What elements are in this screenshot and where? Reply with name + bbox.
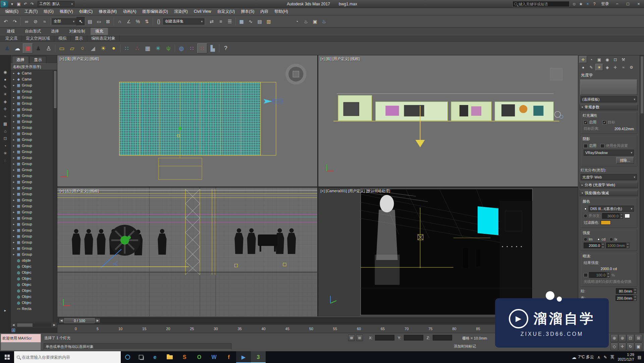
named-selection-sets[interactable]: 创建选择集▾	[163, 18, 204, 24]
frame-tick[interactable]: 40	[262, 327, 266, 331]
expand-icon[interactable]: ▸	[12, 205, 15, 208]
max-logo-icon[interactable]: 3	[1, 1, 8, 7]
workspace-selector[interactable]: 工作区: 默认▾	[38, 1, 74, 7]
expand-icon[interactable]: ▸	[12, 96, 15, 99]
flow-icon[interactable]: ☁	[12, 43, 22, 53]
wps-icon[interactable]: W	[207, 351, 221, 363]
display-helpers-icon[interactable]: ✛	[2, 106, 9, 112]
explorer-row[interactable]: ▸ ◈ Came	[11, 70, 57, 76]
frame-tick[interactable]: 5	[97, 327, 99, 331]
named-selection-icon[interactable]: {}	[154, 17, 163, 26]
notification-icon[interactable]: ▤	[638, 355, 641, 360]
menu-tools[interactable]: 工具(T)	[21, 8, 41, 15]
search-input[interactable]	[519, 2, 568, 6]
menu-civil-view[interactable]: Civil View	[191, 8, 214, 15]
person-icon[interactable]: ♙	[44, 43, 54, 53]
expand-icon[interactable]: ▸	[12, 187, 15, 190]
rollout-general-parameters[interactable]: ▾ 常规参数	[580, 104, 638, 110]
selection-filter[interactable]: 全部▾	[52, 18, 76, 24]
signin-button[interactable]: 登录	[599, 1, 611, 7]
spinner-up-icon[interactable]: ▴	[633, 295, 637, 298]
subtab-simulate[interactable]: 模拟	[54, 35, 71, 41]
create-tab-icon[interactable]: ✛	[579, 56, 587, 63]
rollout-distribution[interactable]: ▸ 分布 (光度学 Web)	[580, 182, 638, 188]
intensity-spinner[interactable]: 2000.0 ▴▾	[584, 243, 605, 248]
explorer-row[interactable]: ▸ ◈ Came	[11, 76, 57, 82]
task-view-button[interactable]	[134, 351, 148, 363]
render-setup-icon[interactable]: ♨	[302, 17, 310, 26]
expand-icon[interactable]: ▸	[12, 78, 15, 81]
spinner-up-icon[interactable]: ▴	[601, 243, 605, 246]
frame-tick[interactable]: 85	[476, 327, 480, 331]
frame-tick[interactable]: 15	[142, 327, 146, 331]
select-object-icon[interactable]: ↖	[76, 17, 85, 26]
flower-icon[interactable]: ✳	[153, 43, 163, 53]
spinner-down-icon[interactable]: ▾	[620, 216, 623, 219]
ime-indicator[interactable]: 英	[610, 354, 614, 360]
spinner-down-icon[interactable]: ▾	[606, 275, 610, 278]
minimize-button[interactable]: −	[612, 0, 622, 8]
select-link-icon[interactable]: ∞	[22, 17, 31, 26]
expand-icon[interactable]: ▸	[12, 223, 15, 226]
viewport-camera-canvas[interactable]	[318, 188, 578, 316]
subtab-define-idle[interactable]: 定义空闲区域	[22, 35, 54, 41]
tab-modeling[interactable]: 建模	[2, 28, 19, 35]
tab-populate[interactable]: 填充	[91, 28, 108, 35]
y-coordinate-field[interactable]	[404, 335, 423, 341]
frame-tick[interactable]: 60	[357, 327, 361, 331]
browser-360-icon[interactable]: O	[192, 351, 207, 363]
filter-color-swatch[interactable]	[601, 220, 611, 225]
display-tab-icon[interactable]: ⊡	[611, 56, 619, 63]
explorer-row[interactable]: ▸ ▦ Group	[11, 167, 57, 173]
clock[interactable]: 1:29 2021/12/7	[618, 353, 634, 362]
explorer-row[interactable]: ▸ ▦ Group	[11, 215, 57, 221]
explorer-row[interactable]: ▸ ▦ Group	[11, 209, 57, 215]
expand-icon[interactable]: ▸	[12, 235, 15, 238]
scroll-right-icon[interactable]: ▶	[52, 323, 57, 326]
explorer-row[interactable]: ◍ Objec	[11, 288, 57, 294]
modify-tab-icon[interactable]: ◔	[587, 56, 595, 63]
region-shape-icon[interactable]: ▭	[95, 17, 103, 26]
dope-sheet-icon[interactable]: ▤	[255, 17, 264, 26]
people-flow-icon[interactable]: ♟	[33, 43, 43, 53]
expand-icon[interactable]: ▸	[12, 168, 15, 171]
menu-views[interactable]: 视图(V)	[57, 8, 76, 15]
explorer-row[interactable]: ▸ ▦ Group	[11, 149, 57, 155]
explorer-row[interactable]: ▸ ▦ Group	[11, 173, 57, 179]
expand-icon[interactable]: ▸	[12, 199, 15, 202]
help-icon[interactable]: ?	[221, 43, 231, 53]
graphite-icon[interactable]: ▦	[237, 17, 246, 26]
undo-icon[interactable]: ↶	[1, 17, 10, 26]
expand-icon[interactable]: ▸	[12, 174, 15, 177]
unlink-icon[interactable]: ⊘	[31, 17, 40, 26]
preset-color-radio[interactable]	[584, 207, 587, 211]
exclude-button[interactable]: 排除...	[616, 157, 634, 164]
menu-scripting[interactable]: 脚本(S)	[238, 8, 257, 15]
kelvin-color-swatch[interactable]	[625, 214, 630, 218]
explorer-row[interactable]: ▸ ▦ Group	[11, 106, 57, 112]
spinner-down-icon[interactable]: ▾	[633, 298, 637, 301]
undo-icon[interactable]: ↶	[22, 1, 29, 7]
kelvin-spinner[interactable]: 3600.0 ▴▾	[602, 213, 623, 219]
explorer-sort-header[interactable]: 名称(按升序排序)	[11, 63, 57, 70]
cortana-button[interactable]	[121, 351, 134, 363]
sun-icon[interactable]: ☀	[98, 43, 108, 53]
rounded-rect-icon[interactable]: ▭	[57, 43, 67, 53]
expand-icon[interactable]: ▸	[12, 90, 15, 93]
color-preset-dropdown[interactable]: D65 Ill...t(基准白色)▾	[589, 206, 634, 212]
kelvin-radio[interactable]	[584, 214, 587, 218]
explorer-tab-display[interactable]: 显示	[30, 56, 46, 63]
subtab-define-flow[interactable]: 定义流	[1, 35, 22, 41]
motion-tab-icon[interactable]: ◉	[603, 56, 611, 63]
viewport-front-label[interactable]: [+] [前] [用户定义] [线框]	[321, 56, 360, 61]
frame-tick[interactable]: 70	[405, 327, 409, 331]
explorer-row[interactable]: ▸ ▦ Group	[11, 118, 57, 124]
lx-radio[interactable]	[609, 238, 613, 241]
frame-tick[interactable]: 35	[237, 327, 241, 331]
targeted-checkbox[interactable]	[602, 120, 606, 124]
explorer-row[interactable]: ▸ ▦ Group	[11, 233, 57, 239]
spheres-icon[interactable]: ∴	[132, 43, 142, 53]
taskbar-search-input[interactable]	[22, 355, 118, 360]
spinner-down-icon[interactable]: ▾	[626, 246, 630, 249]
explorer-expand-icon[interactable]: ▸	[4, 308, 6, 313]
